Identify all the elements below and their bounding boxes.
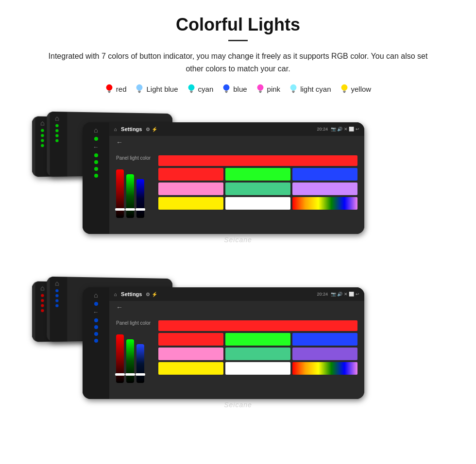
cyan-bulb-icon xyxy=(187,83,196,94)
topbar-left-g2: ⌂ Settings ⚙ ⚡ xyxy=(114,291,157,297)
cell-green-g1[interactable] xyxy=(225,168,290,181)
btn4-b2g1 xyxy=(41,144,44,147)
red-slider-g1[interactable] xyxy=(116,169,124,218)
color-item-blue: blue xyxy=(222,83,247,94)
cell-white-g1[interactable] xyxy=(225,197,290,210)
svg-rect-11 xyxy=(225,92,227,93)
cell-teal-g2[interactable] xyxy=(225,348,290,360)
topbar-home-g1: ⌂ xyxy=(114,127,117,132)
btn2-g2[interactable] xyxy=(94,318,98,322)
cell-lavender-g1[interactable] xyxy=(292,182,357,195)
side-curve-g2 xyxy=(83,287,86,399)
cell-blue-g1[interactable] xyxy=(292,168,357,181)
power-btn-g2[interactable] xyxy=(94,302,98,306)
home-icon-b1g1: ⌂ xyxy=(55,114,59,122)
blue-slider-g1[interactable] xyxy=(136,179,144,218)
btn2-g1[interactable] xyxy=(94,153,98,157)
power-btn-b2g2 xyxy=(41,294,44,297)
color-sliders-g1 xyxy=(116,165,151,218)
svg-rect-19 xyxy=(343,91,346,92)
page-title: Colorful Lights xyxy=(19,15,457,35)
color-item-lightcyan: light cyan xyxy=(289,83,331,94)
color-label-red: red xyxy=(116,85,127,93)
lightblue-bulb-icon xyxy=(135,83,144,94)
cell-rainbow-g1[interactable] xyxy=(292,197,357,210)
panel-label-g1: Panel light color xyxy=(116,155,151,161)
btn3-g2[interactable] xyxy=(94,325,98,329)
svg-rect-20 xyxy=(343,92,345,93)
time-g1: 20:24 xyxy=(317,127,328,132)
svg-rect-13 xyxy=(259,91,262,92)
red-slider-g2[interactable] xyxy=(116,334,124,383)
home-icon-b2g1: ⌂ xyxy=(40,119,45,127)
color-sliders-g2 xyxy=(116,330,151,383)
btn4-g2[interactable] xyxy=(94,332,98,336)
power-btn-b2g1 xyxy=(41,129,44,132)
side-curve-g1 xyxy=(83,122,86,234)
topbar-g2: ⌂ Settings ⚙ ⚡ 20:24 📷 🔊 ✕ ⬜ ↩ xyxy=(109,287,364,301)
btn4-b1g1 xyxy=(55,139,58,142)
cell-pink-g1[interactable] xyxy=(158,182,223,195)
btn4-g1[interactable] xyxy=(94,167,98,171)
svg-rect-16 xyxy=(292,91,295,92)
btn3-b2g1 xyxy=(41,139,44,142)
power-btn-b1g1 xyxy=(55,124,58,127)
full-red-g2[interactable] xyxy=(158,320,357,331)
btn5-g1[interactable] xyxy=(94,174,98,178)
color-item-red: red xyxy=(105,83,127,94)
devices-section: ⌂ ⌂ xyxy=(19,108,457,414)
btn3-b1g1 xyxy=(55,134,58,137)
cell-rainbow-g2[interactable] xyxy=(292,362,357,375)
color-item-yellow: yellow xyxy=(340,83,372,94)
side-curve-b2g1 xyxy=(32,116,35,177)
cell-pink-g2[interactable] xyxy=(158,348,223,360)
page-description: Integrated with 7 colors of button indic… xyxy=(39,50,437,75)
cell-teal-g1[interactable] xyxy=(225,182,290,195)
color-label-lightcyan: light cyan xyxy=(300,85,331,93)
watermark-g1: Seicane xyxy=(224,236,252,244)
btn3-b1g2 xyxy=(55,299,58,302)
cell-blue2-g2[interactable] xyxy=(292,333,357,346)
cell-green-g2[interactable] xyxy=(225,333,290,346)
color-panel-g2: Panel light color xyxy=(116,320,151,383)
yellow-bulb-icon xyxy=(340,83,349,94)
cell-yellow-g2[interactable] xyxy=(158,362,223,375)
btn2-b2g1 xyxy=(41,134,44,137)
topbar-right-g1: 20:24 📷 🔊 ✕ ⬜ ↩ xyxy=(317,127,359,132)
btn3-g1[interactable] xyxy=(94,160,98,164)
color-grid-g2 xyxy=(158,320,357,375)
device-group-2: ⌂ ⌂ xyxy=(19,273,457,414)
device-group-1: ⌂ ⌂ xyxy=(19,108,457,249)
btn2-b1g2 xyxy=(55,294,58,297)
lightcyan-bulb-icon xyxy=(289,83,298,94)
main-screen-g1: ⌂ Settings ⚙ ⚡ 20:24 📷 🔊 ✕ ⬜ ↩ ← xyxy=(109,122,364,234)
topbar-left-g1: ⌂ Settings ⚙ ⚡ xyxy=(114,126,157,132)
cell-purple-g2[interactable] xyxy=(292,348,357,360)
topbar-icons-g2: ⚙ ⚡ xyxy=(146,292,157,297)
color-label-pink: pink xyxy=(267,85,281,93)
svg-rect-17 xyxy=(292,92,294,93)
back-icon-g1: ← xyxy=(93,144,99,150)
topbar-right-g2: 20:24 📷 🔊 ✕ ⬜ ↩ xyxy=(317,292,359,297)
svg-point-6 xyxy=(188,84,194,91)
screen-content-g1: Panel light color xyxy=(109,149,364,234)
cell-yellow-g1[interactable] xyxy=(158,197,223,210)
svg-point-15 xyxy=(290,84,297,91)
back-arrow-g2[interactable]: ← xyxy=(113,303,126,311)
svg-point-9 xyxy=(223,84,230,91)
green-slider-g1[interactable] xyxy=(126,174,134,218)
green-slider-g2[interactable] xyxy=(126,339,134,383)
side-curve-b1g2 xyxy=(47,277,50,342)
svg-point-12 xyxy=(257,84,263,91)
side-curve-b2g2 xyxy=(32,282,35,342)
svg-rect-7 xyxy=(190,91,193,92)
back-arrow-g1[interactable]: ← xyxy=(113,138,126,146)
btn5-g2[interactable] xyxy=(94,339,98,343)
blue-slider-g2[interactable] xyxy=(136,344,144,383)
full-red-g1[interactable] xyxy=(158,155,357,166)
screen-content-g2: Panel light color xyxy=(109,314,364,399)
power-btn-g1[interactable] xyxy=(94,137,98,141)
cell-red-g1[interactable] xyxy=(158,168,223,181)
cell-white-g2[interactable] xyxy=(225,362,290,375)
cell-red-g2[interactable] xyxy=(158,333,223,346)
